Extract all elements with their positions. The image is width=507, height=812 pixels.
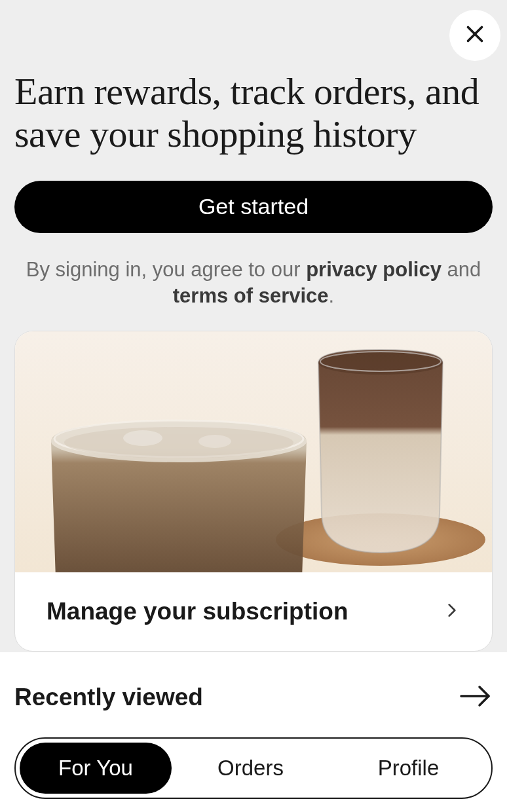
recently-viewed-label: Recently viewed: [14, 684, 203, 711]
hero-title: Earn rewards, track orders, and save you…: [14, 71, 493, 156]
agreement-text: By signing in, you agree to our privacy …: [14, 257, 493, 310]
agreement-middle: and: [441, 258, 481, 281]
subscription-image: [15, 331, 492, 572]
agreement-prefix: By signing in, you agree to our: [26, 258, 306, 281]
agreement-suffix: .: [329, 284, 335, 307]
subscription-label: Manage your subscription: [47, 598, 348, 625]
tab-profile-label: Profile: [378, 756, 440, 781]
close-icon: [463, 22, 487, 48]
svg-point-8: [198, 435, 231, 448]
close-button[interactable]: [449, 10, 500, 61]
tab-for-you-label: For You: [58, 756, 133, 781]
chevron-right-icon: [443, 602, 460, 621]
tab-bar: For You Orders Profile: [14, 737, 493, 799]
coffee-glass-right: [299, 343, 462, 566]
hero-section: Earn rewards, track orders, and save you…: [0, 0, 507, 156]
arrow-right-icon: [459, 684, 493, 710]
get-started-button[interactable]: Get started: [14, 181, 493, 233]
svg-point-6: [64, 427, 293, 458]
tab-orders[interactable]: Orders: [172, 743, 329, 794]
terms-of-service-link[interactable]: terms of service: [173, 284, 329, 307]
recently-viewed-button[interactable]: Recently viewed: [14, 684, 493, 711]
tab-for-you[interactable]: For You: [20, 743, 172, 794]
subscription-card: Manage your subscription: [14, 331, 493, 652]
coffee-glass-left: [38, 402, 320, 572]
privacy-policy-link[interactable]: privacy policy: [306, 258, 441, 281]
manage-subscription-button[interactable]: Manage your subscription: [15, 572, 492, 651]
lower-section: Recently viewed For You Orders Profile: [0, 652, 507, 812]
tab-profile[interactable]: Profile: [329, 743, 487, 794]
get-started-label: Get started: [198, 194, 309, 219]
tab-orders-label: Orders: [217, 756, 284, 781]
svg-point-7: [123, 430, 162, 446]
